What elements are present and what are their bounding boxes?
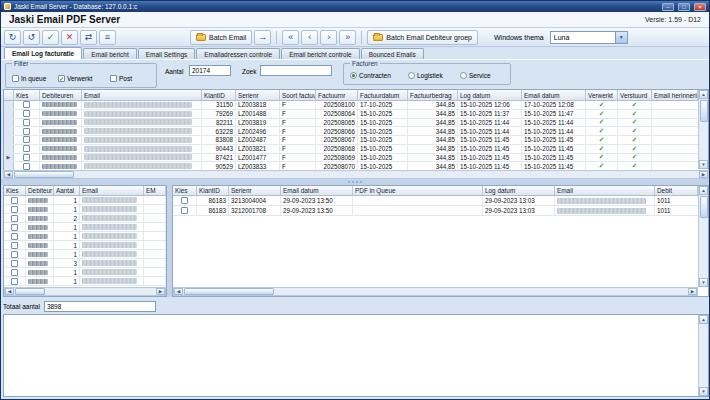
undo-button[interactable]: ↺ <box>23 30 40 45</box>
scroll-left-icon[interactable]: ◀ <box>4 171 13 178</box>
chevron-down-icon[interactable]: ▼ <box>615 32 627 43</box>
column-header[interactable]: Verwerkt <box>586 90 618 100</box>
row-checkbox[interactable] <box>23 163 30 170</box>
column-header[interactable]: Log datum <box>458 90 522 100</box>
table-row[interactable]: 31150LZ003818F20250810017-10-2025344,851… <box>4 101 708 110</box>
column-header[interactable]: Soort factuur <box>280 90 316 100</box>
close-button[interactable]: × <box>694 3 706 11</box>
column-header[interactable]: Serienr <box>236 90 280 100</box>
row-checkbox[interactable] <box>11 215 18 222</box>
scrollbar-thumb[interactable] <box>14 171 74 178</box>
vertical-scrollbar[interactable]: ▲ ▼ <box>698 315 708 396</box>
table-row[interactable]: 1 <box>4 250 166 259</box>
nav-first-button[interactable]: « <box>282 30 299 45</box>
row-checkbox[interactable] <box>11 197 18 204</box>
row-checkbox[interactable] <box>11 206 18 213</box>
table-row[interactable]: 1 <box>4 196 166 205</box>
nav-next-button[interactable]: › <box>320 30 337 45</box>
row-checkbox[interactable] <box>11 224 18 231</box>
table-row[interactable]: 83808LZ002487F20250806715-10-2025344,851… <box>4 136 708 145</box>
column-header[interactable]: Email datum <box>522 90 586 100</box>
row-checkbox[interactable] <box>11 242 18 249</box>
horizontal-scrollbar[interactable]: ◀ ▶ <box>3 170 709 179</box>
log-output-area[interactable]: ▲ ▼ <box>3 314 709 397</box>
row-checkbox[interactable] <box>11 278 18 285</box>
scrollbar-thumb[interactable] <box>700 100 708 122</box>
accept-button[interactable]: ✓ <box>42 30 59 45</box>
column-header[interactable]: Serienr <box>229 186 281 195</box>
radio-contracten[interactable]: Contracten <box>350 72 391 79</box>
table-row[interactable]: 79269LZ001488F20250806415-10-2025344,851… <box>4 110 708 119</box>
vertical-scrollbar[interactable]: ▲ ▼ <box>698 90 708 169</box>
row-checkbox[interactable] <box>11 251 18 258</box>
column-header[interactable]: Kies <box>4 186 26 195</box>
row-checkbox[interactable] <box>23 154 30 161</box>
column-header[interactable]: Email <box>555 186 655 195</box>
row-checkbox[interactable] <box>181 207 188 214</box>
radio-service[interactable]: Service <box>460 72 491 79</box>
row-checkbox[interactable] <box>23 119 30 126</box>
row-checkbox[interactable] <box>23 128 30 135</box>
column-header[interactable]: Aantal <box>54 186 80 195</box>
table-row[interactable]: ▶87421LZ001477F20250806915-10-2025344,85… <box>4 154 708 163</box>
row-checkbox[interactable] <box>23 110 30 117</box>
column-header[interactable]: Factuurnr <box>316 90 358 100</box>
scrollbar-track[interactable] <box>699 324 708 387</box>
radio-logistiek[interactable]: Logistiek <box>408 72 443 79</box>
totaal-aantal-input[interactable] <box>44 301 156 312</box>
column-header[interactable]: Verstuurd <box>618 90 652 100</box>
scrollbar-thumb[interactable] <box>15 288 45 295</box>
scroll-left-icon[interactable]: ◀ <box>5 288 14 295</box>
tab-emailadressen-controle[interactable]: Emailadressen controle <box>196 48 280 59</box>
table-row[interactable]: 90443LZ003821F20250806815-10-2025344,851… <box>4 145 708 154</box>
column-header[interactable]: Factuurdatum <box>358 90 408 100</box>
scroll-up-icon[interactable]: ▲ <box>699 315 708 324</box>
row-checkbox[interactable] <box>23 145 30 152</box>
scroll-left-icon[interactable]: ◀ <box>174 288 183 295</box>
title-bar[interactable]: Jaski Email Server - Database: 127.0.0.1… <box>1 1 709 12</box>
refresh-button[interactable]: ↻ <box>4 30 21 45</box>
column-header[interactable]: EM <box>144 186 166 195</box>
nav-last-button[interactable]: » <box>339 30 356 45</box>
table-row[interactable]: 3 <box>4 259 166 268</box>
scrollbar-track[interactable] <box>699 123 708 160</box>
table-row[interactable]: 63228LZ002496F20250806615-10-2025344,851… <box>4 127 708 136</box>
table-row[interactable]: 86183321300400429-09-2023 13:5029-09-202… <box>173 196 708 206</box>
vertical-scrollbar[interactable]: ▲ ▼ <box>698 186 708 287</box>
checkbox-verwerkt[interactable]: Verwerkt <box>58 75 92 82</box>
batch-email-group-button[interactable]: Batch Email Debiteur groep <box>367 30 478 45</box>
export-button[interactable]: ⇄ <box>80 30 97 45</box>
horizontal-scrollbar[interactable]: ◀ ▶ <box>4 287 166 296</box>
row-checkbox[interactable] <box>11 260 18 267</box>
row-checkbox[interactable] <box>23 101 30 108</box>
scroll-right-icon[interactable]: ▶ <box>699 171 708 178</box>
scroll-right-icon[interactable]: ▶ <box>156 288 165 295</box>
table-row[interactable]: 1 <box>4 268 166 277</box>
tab-email-bericht-controle[interactable]: Email bericht controle <box>281 48 360 59</box>
search-input[interactable] <box>260 65 332 76</box>
scrollbar-thumb[interactable] <box>184 288 274 295</box>
table-row[interactable]: 86183321200170829-09-2023 13:5029-09-202… <box>173 206 708 216</box>
minimize-button[interactable]: – <box>662 3 674 11</box>
tab-email-settings[interactable]: Email Settings <box>138 48 196 59</box>
column-header[interactable]: Email <box>80 186 144 195</box>
row-checkbox[interactable] <box>11 233 18 240</box>
scrollbar-track[interactable] <box>46 288 156 295</box>
nav-prev-button[interactable]: ‹ <box>301 30 318 45</box>
column-header[interactable]: Debit <box>655 186 698 195</box>
scroll-down-icon[interactable]: ▼ <box>699 387 708 396</box>
row-checkbox[interactable] <box>11 269 18 276</box>
column-header[interactable]: KlantID <box>202 90 236 100</box>
column-header[interactable]: Email datum <box>281 186 353 195</box>
batch-email-button[interactable]: Batch Email <box>190 30 252 45</box>
column-header[interactable]: Log datum <box>483 186 555 195</box>
column-header[interactable]: Debiteuren <box>40 90 82 100</box>
table-row[interactable]: 1 <box>4 241 166 250</box>
table-row[interactable]: 1 <box>4 277 166 286</box>
column-header[interactable]: Kies <box>173 186 197 195</box>
theme-select[interactable]: Luna ▼ <box>550 31 628 44</box>
cancel-button[interactable]: ✕ <box>61 30 78 45</box>
table-row[interactable]: 1 <box>4 232 166 241</box>
tab-email-bericht[interactable]: Email bericht <box>83 48 137 59</box>
scrollbar-track[interactable] <box>75 171 699 178</box>
